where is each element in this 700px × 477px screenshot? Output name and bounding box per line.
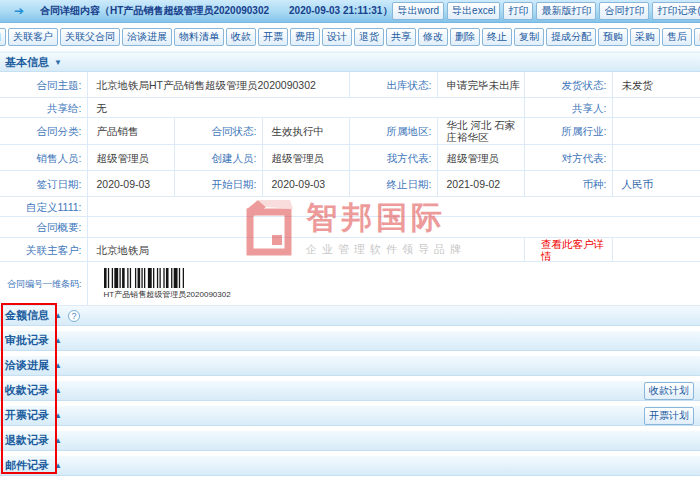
form-row: 合同编号一维条码:HT产品销售超级管理员2020090302	[0, 262, 700, 306]
barcode-image	[104, 268, 184, 288]
toolbar-button[interactable]: 关联父合同	[60, 28, 120, 46]
field-label: 合同编号一维条码:	[0, 262, 88, 305]
field-value: 北京地铁局HT产品销售超级管理员2020090302	[88, 72, 351, 97]
toolbar-button[interactable]: 设计	[322, 28, 352, 46]
chevron-up-icon: ▲	[54, 386, 62, 395]
title-action-button[interactable]: 导出excel	[447, 2, 500, 20]
field-value	[88, 197, 700, 216]
form-row: 共享给:无共享人:	[0, 98, 700, 118]
field-label: 合同主题:	[0, 72, 88, 97]
chevron-up-icon: ▲	[54, 436, 62, 445]
field-value: 申请完毕未出库	[438, 72, 526, 97]
title-action-button[interactable]: 最新版打印	[536, 2, 596, 20]
field-label: 币种:	[525, 171, 613, 196]
currency-link[interactable]: 人民币	[613, 171, 700, 196]
collapsed-sections: 金额信息▲?审批记录▲洽谈进展▲收款记录▲收款计划开票记录▲开票计划退款记录▲邮…	[0, 306, 700, 476]
toolbar-button[interactable]: 采购	[630, 28, 660, 46]
toolbar-button[interactable]: 售后	[662, 28, 692, 46]
field-value: 2021-09-02	[438, 171, 526, 196]
field-label: 合同状态:	[175, 118, 263, 144]
field-value: 未发货	[613, 72, 700, 97]
section-header-amount-info[interactable]: 金额信息▲?	[0, 306, 700, 326]
field-label: 终止日期:	[350, 171, 438, 196]
toolbar-button[interactable]: 收款	[226, 28, 256, 46]
section-action-button[interactable]: 开票计划	[644, 407, 694, 425]
field-label: 合同概要:	[0, 217, 88, 237]
field-label: 自定义1111:	[0, 197, 88, 216]
field-value: 北京地铁局	[88, 238, 526, 261]
section-label: 退款记录	[5, 433, 49, 448]
field-value: 2020-09-03	[263, 171, 351, 196]
form-row: 合同分类:产品销售合同状态:生效执行中所属地区:华北 河北 石家庄裕华区所属行业…	[0, 118, 700, 145]
field-label: 共享给:	[0, 98, 88, 117]
section-action-button[interactable]: 收款计划	[644, 382, 694, 400]
section-header-refund-records[interactable]: 退款记录▲	[0, 431, 700, 451]
help-icon[interactable]: ?	[68, 310, 80, 322]
section-header-negotiation-progress[interactable]: 洽谈进展▲	[0, 356, 700, 376]
field-value	[613, 238, 700, 261]
field-label: 关联主客户:	[0, 238, 88, 261]
toolbar-button[interactable]: 复制	[514, 28, 544, 46]
field-label: 发货状态:	[525, 72, 613, 97]
form-row: 合同概要:	[0, 217, 700, 238]
toolbar-button[interactable]: 预购	[598, 28, 628, 46]
field-label: 创建人员:	[175, 145, 263, 170]
field-value	[613, 145, 700, 170]
chevron-up-icon: ▲	[54, 311, 62, 320]
chevron-up-icon: ▲	[54, 461, 62, 470]
section-header-receipt-records[interactable]: 收款记录▲收款计划	[0, 381, 700, 401]
title-action-button[interactable]: 打印	[503, 2, 533, 20]
section-label: 基本信息	[5, 55, 49, 70]
title-bar: ➔ 合同详细内容（HT产品销售超级管理员2020090302 2020-09-0…	[0, 0, 700, 23]
contract-barcode: HT产品销售超级管理员2020090302	[88, 262, 700, 305]
field-value: 无	[88, 98, 526, 117]
toolbar-button[interactable]: 通知	[0, 28, 6, 46]
field-value	[613, 118, 700, 144]
barcode-text: HT产品销售超级管理员2020090302	[104, 290, 231, 299]
field-value: 超级管理员	[263, 145, 351, 170]
basic-info-form: 合同主题:北京地铁局HT产品销售超级管理员2020090302出库状态:申请完毕…	[0, 72, 700, 306]
toolbar: 通知关联客户关联父合同洽谈进展物料清单收款开票费用设计退货共享修改删除终止复制提…	[0, 23, 700, 52]
toolbar-button[interactable]: 费用	[290, 28, 320, 46]
field-value: 超级管理员	[88, 145, 176, 170]
form-row: 合同主题:北京地铁局HT产品销售超级管理员2020090302出库状态:申请完毕…	[0, 72, 700, 98]
toolbar-button[interactable]: 物料清单	[174, 28, 224, 46]
form-row: 销售人员:超级管理员创建人员:超级管理员我方代表:超级管理员对方代表:	[0, 145, 700, 171]
toolbar-button[interactable]: 删除	[450, 28, 480, 46]
field-label: 对方代表:	[525, 145, 613, 170]
toolbar-button[interactable]: 提成分配	[546, 28, 596, 46]
toolbar-button[interactable]: 邮件	[694, 28, 700, 46]
chevron-down-icon: ▼	[54, 58, 62, 67]
title-action-button[interactable]: 导出word	[392, 2, 444, 20]
toolbar-button[interactable]: 修改	[418, 28, 448, 46]
form-row: 关联主客户:北京地铁局查看此客户详情	[0, 238, 700, 262]
toolbar-button[interactable]: 终止	[482, 28, 512, 46]
section-header-approval-records[interactable]: 审批记录▲	[0, 331, 700, 351]
title-action-button[interactable]: 合同打印	[599, 2, 649, 20]
field-value: 超级管理员	[438, 145, 526, 170]
field-value: 2020-09-03	[88, 171, 176, 196]
section-header-invoice-records[interactable]: 开票记录▲开票计划	[0, 406, 700, 426]
title-action-button[interactable]: 打印记录(0次)	[652, 2, 700, 20]
field-label: 开始日期:	[175, 171, 263, 196]
field-value	[613, 98, 700, 117]
section-header-basic-info[interactable]: 基本信息 ▼	[0, 52, 700, 72]
field-value: 生效执行中	[263, 118, 351, 144]
toolbar-button[interactable]: 关联客户	[8, 28, 58, 46]
toolbar-button[interactable]: 洽谈进展	[122, 28, 172, 46]
toolbar-button[interactable]: 共享	[386, 28, 416, 46]
section-label: 收款记录	[5, 383, 49, 398]
field-label: 销售人员:	[0, 145, 88, 170]
form-row: 自定义1111:	[0, 197, 700, 217]
field-value: 产品销售	[88, 118, 176, 144]
chevron-up-icon: ▲	[54, 361, 62, 370]
section-label: 开票记录	[5, 408, 49, 423]
toolbar-button[interactable]: 退货	[354, 28, 384, 46]
section-header-mail-records[interactable]: 邮件记录▲	[0, 456, 700, 476]
field-label: 所属地区:	[350, 118, 438, 144]
section-label: 洽谈进展	[5, 358, 49, 373]
title-bar-actions: 导出word导出excel打印最新版打印合同打印打印记录(0次)	[392, 2, 700, 20]
chevron-up-icon: ▲	[54, 411, 62, 420]
toolbar-button[interactable]: 开票	[258, 28, 288, 46]
view-customer-link[interactable]: 查看此客户详情	[525, 238, 613, 261]
